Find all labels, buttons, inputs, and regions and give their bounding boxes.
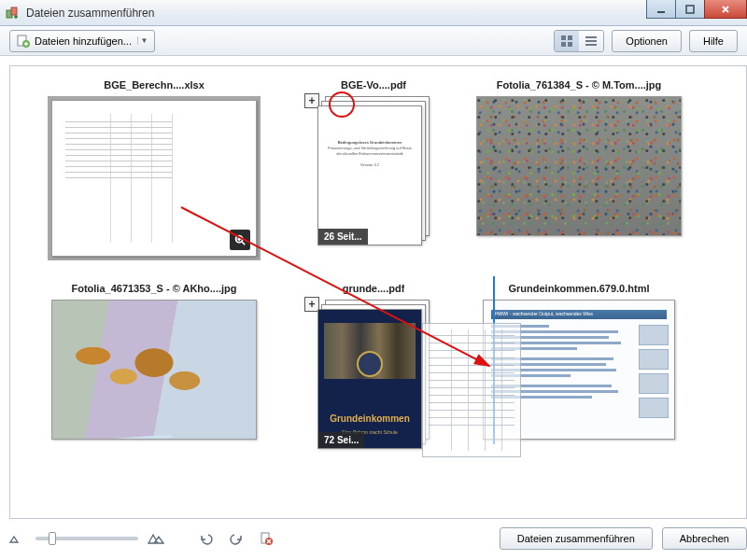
- remove-button[interactable]: [256, 529, 276, 548]
- window-close-button[interactable]: [704, 0, 747, 19]
- zoom-out-icon[interactable]: [9, 532, 26, 545]
- file-thumbnail-image: [476, 96, 682, 236]
- add-files-icon: [16, 34, 31, 49]
- file-name: BGE-Vo....pdf: [341, 79, 406, 91]
- drag-ghost: [422, 323, 521, 457]
- svg-rect-10: [585, 36, 597, 38]
- dropdown-caret-icon[interactable]: ▼: [137, 36, 150, 45]
- toolbar: Dateien hinzufügen... ▼ Optionen Hilfe: [0, 26, 747, 56]
- slider-knob[interactable]: [49, 532, 56, 545]
- file-grid-area: BGE_Berechn....xlsx BGE-Vo....pdf: [9, 65, 747, 519]
- file-thumbnail-pdf: Bedingungsloses Grundeinkommen Finanzier…: [317, 96, 430, 245]
- thumbnail-view-button[interactable]: [555, 31, 579, 51]
- svg-rect-6: [561, 35, 566, 40]
- svg-rect-12: [585, 44, 597, 46]
- redo-button[interactable]: [226, 529, 247, 548]
- list-view-button[interactable]: [579, 31, 603, 51]
- file-item[interactable]: BGE-Vo....pdf + Bedingungsloses Grundein…: [275, 79, 472, 275]
- file-name: grunde....pdf: [343, 283, 405, 294]
- svg-rect-11: [585, 40, 597, 42]
- svg-rect-9: [568, 42, 572, 47]
- file-name: Grundeinkommen.679.0.html: [509, 283, 650, 294]
- cancel-button[interactable]: Abbrechen: [662, 527, 747, 550]
- svg-rect-1: [11, 7, 17, 15]
- svg-rect-7: [568, 35, 572, 40]
- svg-rect-3: [686, 6, 694, 13]
- zoom-slider[interactable]: [35, 537, 138, 540]
- file-item[interactable]: Fotolia_4671353_S - © AKho....jpg 20 20: [33, 283, 275, 469]
- window-maximize-button[interactable]: [675, 0, 705, 19]
- file-name: Fotolia_4671353_S - © AKho....jpg: [71, 283, 236, 294]
- zoom-icon[interactable]: [230, 230, 250, 250]
- add-files-label: Dateien hinzufügen...: [35, 35, 132, 47]
- undo-button[interactable]: [196, 529, 217, 548]
- view-toggle: [554, 30, 604, 52]
- combine-files-button[interactable]: Dateien zusammenführen: [500, 527, 653, 550]
- svg-rect-8: [561, 42, 566, 47]
- file-item[interactable]: Fotolia_761384_S - © M.Tom....jpg: [472, 79, 686, 275]
- options-button[interactable]: Optionen: [612, 30, 682, 52]
- add-files-button[interactable]: Dateien hinzufügen... ▼: [9, 30, 155, 52]
- help-button[interactable]: Hilfe: [689, 30, 738, 52]
- file-thumbnail-image: 20 20: [51, 300, 257, 440]
- file-name: BGE_Berechn....xlsx: [104, 79, 204, 91]
- svg-line-14: [242, 242, 246, 245]
- bottom-bar: Dateien zusammenführen Abbrechen: [9, 525, 747, 553]
- svg-rect-2: [657, 11, 665, 13]
- page-count-badge: 72 Sei...: [318, 432, 364, 448]
- app-icon: [6, 6, 21, 21]
- window-titlebar: Dateien zusammenführen: [0, 0, 747, 26]
- window-title: Dateien zusammenführen: [26, 7, 154, 20]
- file-item[interactable]: BGE_Berechn....xlsx: [33, 79, 275, 275]
- file-thumbnail-pdf: Grundeinkommen Eine Reform macht Schule …: [317, 300, 430, 449]
- file-thumbnail-spreadsheet: [51, 100, 257, 257]
- page-count-badge: 26 Seit...: [318, 229, 368, 245]
- file-name: Fotolia_761384_S - © M.Tom....jpg: [497, 79, 662, 91]
- zoom-in-icon[interactable]: [148, 532, 164, 545]
- window-minimize-button[interactable]: [646, 0, 676, 19]
